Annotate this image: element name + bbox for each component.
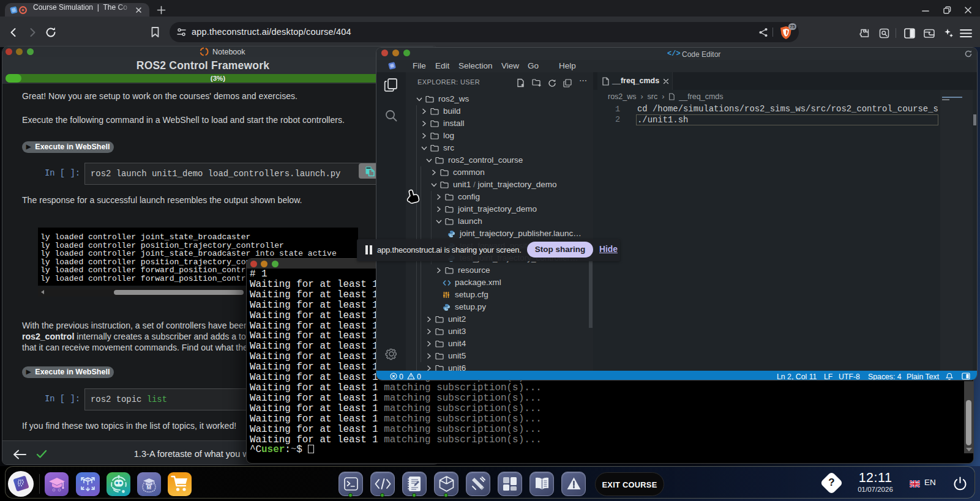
svg-text:M: M xyxy=(147,484,152,491)
svg-text:R: R xyxy=(86,478,89,481)
